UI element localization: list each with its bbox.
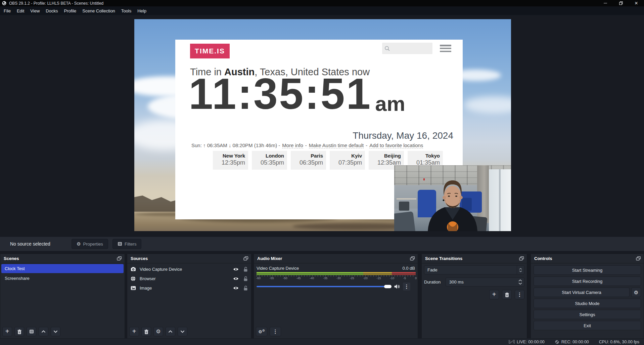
menu-file[interactable]: File: [1, 6, 14, 15]
visibility-eye-icon[interactable]: [233, 267, 239, 271]
controls-panel-header: Controls: [531, 254, 644, 263]
popout-icon[interactable]: [117, 256, 122, 261]
source-row-browser[interactable]: Browser: [127, 274, 251, 283]
city-card-new-york[interactable]: New York12:35pm: [213, 151, 248, 170]
person: [394, 165, 511, 231]
move-scene-down-button[interactable]: [51, 327, 60, 336]
chevron-down-icon[interactable]: [518, 283, 522, 285]
visibility-eye-icon[interactable]: [233, 286, 239, 290]
program-canvas[interactable]: TIME.IS Time in Austin, Texas, United St…: [134, 19, 511, 231]
mixer-channel-row: Video Capture Device 0.0 dB: [254, 263, 418, 272]
add-source-button[interactable]: +: [129, 327, 139, 336]
properties-button[interactable]: ⚙ Properties: [72, 239, 108, 249]
restore-icon: [619, 1, 623, 5]
move-scene-up-button[interactable]: [39, 327, 48, 336]
scene-filters-button[interactable]: [27, 327, 36, 336]
mixer-level-value: 0.0 dB: [402, 266, 415, 271]
popout-icon[interactable]: [243, 256, 248, 261]
start-virtual-camera-button[interactable]: Start Virtual Camera: [534, 288, 630, 297]
city-card-kyiv[interactable]: Kyiv07:35pm: [330, 151, 365, 170]
exit-button[interactable]: Exit: [534, 321, 641, 330]
close-icon: ✕: [635, 1, 638, 5]
remove-source-button[interactable]: [141, 327, 151, 336]
menu-docks[interactable]: Docks: [43, 6, 61, 15]
source-row-image[interactable]: Image: [127, 283, 251, 293]
popout-icon[interactable]: [410, 256, 415, 261]
popout-icon[interactable]: [636, 256, 641, 261]
start-streaming-button[interactable]: Start Streaming: [534, 265, 641, 275]
add-scene-button[interactable]: +: [2, 327, 12, 336]
lock-unlocked-icon[interactable]: [243, 276, 248, 281]
city-card-paris[interactable]: Paris06:35pm: [291, 151, 326, 170]
chevron-up-icon: [168, 330, 173, 333]
scene-item-screenshare[interactable]: Screenshare: [1, 274, 124, 283]
timeis-logo[interactable]: TIME.IS: [190, 44, 230, 58]
city-card-london[interactable]: London05:35pm: [252, 151, 287, 170]
move-source-up-button[interactable]: [166, 327, 175, 336]
make-default-link[interactable]: Make Austin time default: [309, 142, 364, 148]
mixer-toolbar: ⚙⚙ ⋮: [256, 327, 281, 336]
source-row-video-capture[interactable]: Video Capture Device: [127, 264, 251, 274]
menu-view[interactable]: View: [27, 6, 43, 15]
lock-unlocked-icon[interactable]: [243, 267, 248, 272]
transition-select[interactable]: Fade: [424, 265, 524, 274]
menu-edit[interactable]: Edit: [14, 6, 27, 15]
menu-tools[interactable]: Tools: [118, 6, 134, 15]
menu-scene-collection[interactable]: Scene Collection: [79, 6, 118, 15]
source-status-label: No source selected: [10, 241, 50, 247]
menu-profile[interactable]: Profile: [61, 6, 79, 15]
window-title: OBS 29.1.2 - Profile: LLHLS BETA - Scene…: [9, 1, 103, 6]
virtual-camera-settings-button[interactable]: ⚙: [631, 288, 641, 297]
timeis-date: Thursday, May 16, 2024: [353, 130, 453, 141]
hamburger-menu-icon[interactable]: [440, 45, 451, 52]
chevron-down-icon: [180, 330, 185, 333]
plus-icon: +: [492, 291, 496, 298]
lock-unlocked-icon[interactable]: [243, 286, 248, 291]
volume-slider[interactable]: [257, 285, 391, 289]
filters-button[interactable]: Filters: [112, 239, 141, 249]
mixer-menu-button[interactable]: ⋮: [270, 327, 281, 336]
settings-button[interactable]: Settings: [534, 310, 641, 319]
live-status: LIVE: 00:00:00: [509, 340, 545, 344]
clock-digits: 11:35:51: [189, 72, 372, 116]
preview-area[interactable]: TIME.IS Time in Austin, Texas, United St…: [0, 15, 644, 237]
chevron-up-icon[interactable]: [518, 279, 522, 282]
sources-panel: Sources Video Capture Device Browser: [127, 254, 251, 339]
add-favorite-link[interactable]: Add to favorite locations: [369, 142, 423, 148]
more-info-link[interactable]: More info: [282, 142, 303, 148]
mixer-channel-menu-button[interactable]: ⋮: [403, 283, 410, 291]
duration-spinbox[interactable]: 300 ms: [446, 277, 524, 287]
remove-transition-button[interactable]: [502, 290, 512, 299]
trash-icon: [17, 329, 22, 334]
scene-item-clock-test[interactable]: Clock Test: [1, 264, 124, 273]
studio-mode-button[interactable]: Studio Mode: [534, 299, 641, 308]
visibility-eye-icon[interactable]: [233, 277, 239, 281]
restore-button[interactable]: [613, 0, 629, 6]
volume-slider-handle[interactable]: [384, 285, 392, 288]
scene-transitions-panel: Scene Transitions Fade Duration 300 ms +: [421, 254, 527, 339]
speaker-icon[interactable]: [394, 284, 400, 289]
source-properties-button[interactable]: ⚙: [153, 327, 163, 336]
duration-label: Duration: [424, 279, 446, 285]
popout-icon[interactable]: [519, 256, 524, 261]
move-source-down-button[interactable]: [178, 327, 187, 336]
timeis-search-box[interactable]: [382, 43, 432, 54]
plus-icon: +: [5, 328, 9, 335]
kebab-menu-icon: ⋮: [517, 292, 522, 298]
advanced-audio-button[interactable]: ⚙⚙: [256, 327, 267, 336]
chevron-up-icon: [519, 268, 522, 270]
transition-menu-button[interactable]: ⋮: [515, 290, 524, 299]
remove-scene-button[interactable]: [14, 327, 24, 336]
record-muted-icon: [555, 340, 559, 344]
gear-icon: ⚙: [156, 329, 160, 334]
duration-row: Duration 300 ms: [424, 277, 524, 287]
start-recording-button[interactable]: Start Recording: [534, 276, 641, 286]
menu-help[interactable]: Help: [134, 6, 149, 15]
trash-icon: [144, 329, 149, 334]
add-transition-button[interactable]: +: [489, 290, 499, 299]
double-gear-icon: ⚙⚙: [258, 329, 265, 334]
transitions-buttons: + ⋮: [422, 290, 524, 299]
minimize-button[interactable]: [598, 0, 613, 6]
close-button[interactable]: ✕: [629, 0, 644, 6]
cpu-fps-status: CPU: 0.6%, 30.00 fps: [599, 340, 639, 344]
